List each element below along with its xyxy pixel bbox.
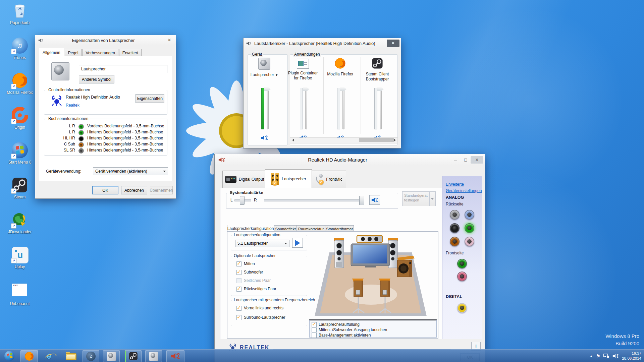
desktop-icon-uplay[interactable]: u ↗ Uplay bbox=[4, 247, 36, 269]
mute-button[interactable] bbox=[260, 134, 269, 141]
speaker-config-select[interactable]: 5.1 Lautsprecher bbox=[235, 240, 289, 247]
realtek-vendor-link[interactable]: Realtek bbox=[66, 103, 79, 108]
taskbar-steam-button[interactable] bbox=[125, 350, 142, 362]
close-icon[interactable]: ✕ bbox=[387, 40, 399, 47]
jack-color-dot bbox=[78, 124, 84, 129]
close-icon[interactable]: ✕ bbox=[471, 156, 483, 164]
volume-slider-track[interactable] bbox=[264, 199, 364, 201]
desktop-icon-origin[interactable]: ↗ Origin bbox=[4, 107, 36, 130]
chevron-down-icon[interactable] bbox=[429, 192, 435, 206]
close-icon[interactable]: ✕ bbox=[163, 37, 176, 44]
taskbar-itunes-button[interactable]: ♫ bbox=[83, 350, 99, 362]
device-tab-digital-output[interactable]: Digital Output bbox=[222, 171, 267, 188]
jack-digital-spdif[interactable] bbox=[457, 303, 467, 313]
volume-slider-track[interactable] bbox=[380, 89, 382, 129]
ok-button[interactable]: OK bbox=[92, 186, 118, 194]
advanced-device-settings-link[interactable]: Erweiterte Geräteeinstellungen bbox=[446, 182, 482, 193]
volume-slider-thumb[interactable] bbox=[340, 87, 346, 91]
properties-titlebar[interactable]: Eigenschaften von Lautsprecher ✕ bbox=[35, 35, 176, 45]
jack-rear-black[interactable] bbox=[450, 223, 460, 233]
internet-explorer-icon: e bbox=[47, 351, 51, 361]
jack-rear-pink[interactable] bbox=[465, 237, 474, 246]
change-icon-button[interactable]: Anderes Symbol bbox=[79, 75, 114, 83]
desktop-icon-unbenannt[interactable]: Unbenannt bbox=[4, 282, 36, 306]
taskbar-speaker-app-button[interactable] bbox=[103, 350, 120, 362]
desktop-icon-start-menu-8[interactable]: ↗ Start Menu 8 bbox=[4, 142, 36, 165]
device-tab-lautsprecher[interactable]: ✓ Lautsprecher bbox=[265, 169, 312, 188]
tab-allgemein[interactable]: Allgemein bbox=[39, 48, 64, 57]
play-test-button[interactable] bbox=[292, 238, 303, 248]
front-panel-label: Frontseite bbox=[446, 251, 464, 255]
device-usage-select[interactable]: Gerät verwenden (aktivieren) bbox=[93, 167, 168, 175]
volume-slider-thumb[interactable] bbox=[303, 87, 309, 91]
jack-front-pink[interactable] bbox=[457, 272, 467, 281]
balance-slider-thumb[interactable] bbox=[240, 196, 245, 205]
desktop-icon-steam[interactable]: ↗ Steam bbox=[4, 177, 36, 199]
realtek-crab-icon bbox=[50, 95, 63, 108]
device-name-input[interactable] bbox=[79, 65, 167, 73]
jack-rear-green[interactable] bbox=[465, 223, 474, 233]
checkbox-mitten[interactable] bbox=[236, 261, 241, 266]
volume-slider-track[interactable] bbox=[305, 89, 307, 129]
start-button[interactable] bbox=[3, 350, 16, 361]
jack-rear-blue[interactable] bbox=[465, 210, 474, 220]
checkbox-lautsprecherauffuellung[interactable] bbox=[312, 322, 317, 327]
realtek-titlebar[interactable]: Realtek HD Audio-Manager – ▢ ✕ bbox=[215, 154, 485, 165]
desktop-icon-papierkorb[interactable]: Papierkorb bbox=[4, 3, 36, 25]
checkbox-bass-management[interactable] bbox=[312, 333, 317, 338]
mixer-channel-speakers: Lautsprecher ▼ bbox=[247, 57, 282, 143]
tab-verbesserungen[interactable]: Verbesserungen bbox=[82, 49, 118, 57]
tab-erweitert[interactable]: Erweitert bbox=[119, 49, 142, 57]
mixer-titlebar[interactable]: Lautstärkemixer - Lautsprecher (Realtek … bbox=[244, 38, 401, 48]
scroll-right-arrow[interactable] bbox=[392, 138, 397, 142]
set-default-device-button[interactable]: Standardgerät festlegen bbox=[402, 191, 436, 206]
mixer-horizontal-scrollbar[interactable] bbox=[290, 137, 398, 143]
recycle-bin-icon bbox=[12, 3, 28, 19]
steam-icon: ↗ bbox=[12, 177, 28, 193]
desktop-icon-itunes[interactable]: ♫ ↗ iTunes bbox=[4, 38, 36, 60]
desktop-icon-firefox[interactable]: ↗ Mozilla Firefox bbox=[4, 72, 36, 95]
device-tab-frontmic[interactable]: ✓ FrontMic bbox=[312, 171, 346, 188]
taskbar-file-explorer-button[interactable] bbox=[64, 350, 78, 361]
cancel-button[interactable]: Abbrechen bbox=[121, 186, 147, 194]
level-meter bbox=[261, 88, 264, 129]
windows-watermark: Windows 8 Pro Build 9200 bbox=[605, 333, 639, 347]
volume-tray-icon[interactable] bbox=[612, 354, 619, 358]
network-icon[interactable] bbox=[603, 354, 609, 358]
taskbar-firefox-button[interactable] bbox=[20, 350, 38, 362]
checkbox-surround[interactable] bbox=[236, 315, 241, 320]
jack-rear-gray[interactable] bbox=[450, 210, 460, 220]
checkbox-subwoofer[interactable] bbox=[236, 270, 241, 275]
controller-info-group: Controllerinformationen Realtek High Def… bbox=[44, 90, 167, 115]
checkbox-subwoofer-tauschen[interactable] bbox=[312, 327, 317, 333]
speakers-device-icon: ✓ bbox=[271, 173, 279, 185]
volume-slider-thumb[interactable] bbox=[264, 87, 271, 91]
taskbar-clock[interactable]: 16:37 28.06.2014 bbox=[622, 351, 641, 361]
taskbar-speaker-app-button-2[interactable] bbox=[145, 350, 162, 362]
volume-speaker-button[interactable] bbox=[369, 195, 380, 205]
firefox-icon bbox=[24, 352, 34, 361]
controller-properties-button[interactable]: Eigenschaften bbox=[136, 94, 164, 103]
volume-slider-thumb[interactable] bbox=[359, 196, 364, 205]
volume-slider-track[interactable] bbox=[267, 89, 269, 129]
minimize-icon[interactable]: – bbox=[450, 157, 461, 163]
action-center-flag-icon[interactable]: ⚑ bbox=[596, 353, 600, 359]
taskbar-internet-explorer-button[interactable]: e bbox=[42, 350, 56, 361]
desktop: Papierkorb ♫ ↗ iTunes ↗ Mozilla Firefox … bbox=[0, 0, 644, 362]
checkbox-vorne-links-rechts[interactable] bbox=[236, 306, 241, 311]
jack-front-green[interactable] bbox=[457, 259, 467, 268]
volume-slider-thumb[interactable] bbox=[377, 87, 384, 91]
scrollbar-thumb[interactable] bbox=[359, 138, 394, 142]
tab-pegel[interactable]: Pegel bbox=[65, 49, 82, 57]
scroll-left-arrow[interactable] bbox=[290, 138, 296, 142]
properties-tab-strip: Allgemein Pegel Verbesserungen Erweitert bbox=[39, 48, 142, 57]
desktop-icon-jdownloader[interactable]: ↗ JDownloader bbox=[4, 212, 36, 234]
channel-name[interactable]: Lautsprecher ▼ bbox=[247, 72, 282, 77]
volume-slider-track[interactable] bbox=[342, 89, 344, 129]
taskbar-realtek-audio-button[interactable] bbox=[166, 350, 184, 362]
show-hidden-icons-icon[interactable]: ▲ bbox=[590, 354, 593, 358]
maximize-icon[interactable]: ▢ bbox=[461, 158, 471, 162]
speaker-properties-window: Eigenschaften von Lautsprecher ✕ Allgeme… bbox=[35, 35, 176, 199]
checkbox-rueckseitiges-paar[interactable] bbox=[236, 287, 241, 292]
jack-rear-orange[interactable] bbox=[450, 237, 460, 246]
